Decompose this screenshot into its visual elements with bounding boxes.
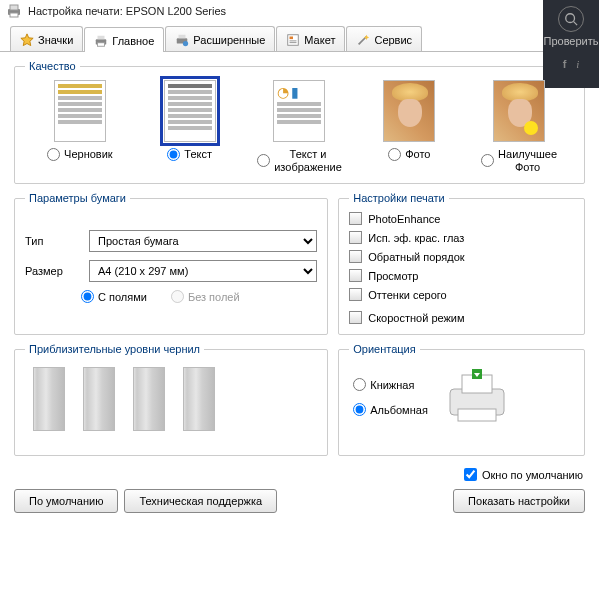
svg-rect-12 <box>290 36 294 39</box>
orientation-legend: Ориентация <box>349 343 419 355</box>
ink-cartridge-3 <box>133 367 165 431</box>
overlay-info-icon[interactable]: i <box>576 58 579 70</box>
margins-radio-without: Без полей <box>171 290 240 303</box>
paper-size-label: Размер <box>25 265 81 277</box>
orientation-group: Ориентация Книжная Альбомная <box>338 343 585 456</box>
paper-type-label: Тип <box>25 235 81 247</box>
overlay-search-button[interactable] <box>558 6 584 32</box>
quality-thumb-draft[interactable] <box>54 80 106 142</box>
chk-reverse-order[interactable]: Обратный порядок <box>349 250 574 263</box>
chk-default-window[interactable] <box>464 468 477 481</box>
printer-gear-icon <box>175 33 189 47</box>
chk-speed-mode[interactable]: Скоростной режим <box>349 305 574 324</box>
quality-legend: Качество <box>25 60 80 72</box>
tab-layout[interactable]: Макет <box>276 26 345 51</box>
btn-defaults[interactable]: По умолчанию <box>14 489 118 513</box>
paper-type-select[interactable]: Простая бумага <box>89 230 317 252</box>
quality-radio-best-photo[interactable]: Наилучшее Фото <box>481 148 557 173</box>
svg-rect-9 <box>179 34 186 38</box>
tab-label: Расширенные <box>193 34 265 46</box>
bar-icon: ▮ <box>291 84 299 100</box>
quality-radio-draft[interactable]: Черновик <box>47 148 113 161</box>
chk-photoenhance[interactable]: PhotoEnhance <box>349 212 574 225</box>
svg-rect-7 <box>98 43 105 47</box>
orientation-landscape[interactable]: Альбомная <box>353 403 428 416</box>
chk-preview[interactable]: Просмотр <box>349 269 574 282</box>
ink-cartridge-1 <box>33 367 65 431</box>
window-titlebar: Настройка печати: EPSON L200 Series <box>0 0 599 22</box>
overlay-facebook-icon[interactable]: f <box>563 58 567 70</box>
svg-line-4 <box>574 22 578 26</box>
printer-icon <box>6 3 22 19</box>
tab-label: Главное <box>112 35 154 47</box>
search-icon <box>564 12 578 26</box>
quality-radio-text[interactable]: Текст <box>167 148 212 161</box>
browser-overlay: Проверить f i <box>543 0 599 88</box>
tab-label: Сервис <box>374 34 412 46</box>
svg-rect-19 <box>458 409 496 421</box>
chk-redeye[interactable]: Исп. эф. крас. глаз <box>349 231 574 244</box>
quality-thumb-photo[interactable] <box>383 80 435 142</box>
paper-group: Параметры бумаги Тип Простая бумага Разм… <box>14 192 328 335</box>
ink-legend: Приблизительные уровни чернил <box>25 343 204 355</box>
pie-icon: ◔ <box>277 84 289 100</box>
paper-legend: Параметры бумаги <box>25 192 130 204</box>
default-window-label: Окно по умолчанию <box>482 469 583 481</box>
quality-radio-text-image[interactable]: Текст и изображение <box>257 148 342 173</box>
ink-cartridge-2 <box>83 367 115 431</box>
quality-thumb-text-image[interactable]: ◔▮ <box>273 80 325 142</box>
print-settings-group: Настройки печати PhotoEnhance Исп. эф. к… <box>338 192 585 335</box>
quality-thumb-best-photo[interactable] <box>493 80 545 142</box>
ink-levels-group: Приблизительные уровни чернил <box>14 343 328 456</box>
layout-icon <box>286 33 300 47</box>
svg-point-3 <box>566 14 575 23</box>
tab-service[interactable]: Сервис <box>346 26 422 51</box>
tab-advanced[interactable]: Расширенные <box>165 26 275 51</box>
printer-icon <box>94 34 108 48</box>
quality-group: Качество Черновик Текст ◔▮ Текст и изобр… <box>14 60 585 184</box>
chk-grayscale[interactable]: Оттенки серого <box>349 288 574 301</box>
svg-rect-1 <box>10 5 18 10</box>
print-settings-legend: Настройки печати <box>349 192 449 204</box>
quality-thumb-text[interactable] <box>164 80 216 142</box>
btn-tech-support[interactable]: Техническая поддержка <box>124 489 277 513</box>
star-icon <box>20 33 34 47</box>
tab-label: Значки <box>38 34 73 46</box>
paper-size-select[interactable]: A4 (210 x 297 мм) <box>89 260 317 282</box>
overlay-label: Проверить <box>543 35 598 47</box>
tab-main[interactable]: Главное <box>84 27 164 52</box>
printer-illustration <box>444 369 510 425</box>
svg-rect-6 <box>98 36 105 40</box>
window-title: Настройка печати: EPSON L200 Series <box>28 5 226 17</box>
wand-icon <box>356 33 370 47</box>
tab-icons[interactable]: Значки <box>10 26 83 51</box>
svg-rect-2 <box>10 13 18 17</box>
tab-label: Макет <box>304 34 335 46</box>
tab-bar: Значки Главное Расширенные Макет Сервис <box>0 26 599 52</box>
margins-radio-with[interactable]: С полями <box>81 290 147 303</box>
svg-point-10 <box>183 40 188 45</box>
svg-rect-11 <box>288 34 299 45</box>
ink-cartridge-4 <box>183 367 215 431</box>
btn-show-settings[interactable]: Показать настройки <box>453 489 585 513</box>
quality-radio-photo[interactable]: Фото <box>388 148 430 161</box>
orientation-portrait[interactable]: Книжная <box>353 378 428 391</box>
